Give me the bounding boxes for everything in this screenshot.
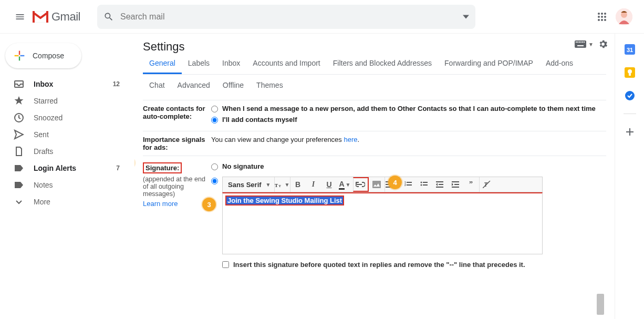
svg-rect-18	[577, 42, 578, 43]
svg-text:2: 2	[404, 183, 406, 187]
signature-toolbar: Sans Serif▼ тт▼ B I U A▼ ▼ 12	[222, 177, 543, 192]
callout-3: 3	[202, 198, 216, 211]
compose-button[interactable]: Compose	[5, 43, 81, 68]
autocomplete-opt2-label: I'll add contacts myself	[222, 116, 297, 124]
tasks-icon	[625, 90, 635, 101]
signature-editor[interactable]: Join the Sewing Studio Mailing List	[222, 192, 543, 254]
ordered-list-button[interactable]: 12	[400, 177, 416, 192]
indent-less-button[interactable]	[432, 177, 448, 192]
ads-link[interactable]: here	[344, 136, 357, 143]
svg-point-34	[420, 182, 422, 183]
autocomplete-opt1[interactable]: When I send a message to a new person, a…	[211, 105, 606, 112]
font-size-button[interactable]: тт▼	[274, 177, 290, 192]
indent-more-button[interactable]	[448, 177, 463, 192]
svg-text:т: т	[275, 181, 278, 188]
remove-formatting-button[interactable]: T	[479, 177, 495, 192]
autocomplete-radio1[interactable]	[211, 106, 218, 112]
signature-text-selected[interactable]: Join the Sewing Studio Mailing List	[226, 196, 344, 205]
side-panel: 31	[615, 34, 644, 319]
custom-signature-opt[interactable]: 4 3 Sans Serif▼ тт▼ B I U A▼	[211, 173, 606, 269]
sidebar-item-label: Inbox	[34, 80, 53, 88]
gmail-logo[interactable]: Gmail	[33, 10, 80, 24]
text-color-button[interactable]: A▼	[337, 177, 353, 192]
italic-button[interactable]: I	[306, 177, 321, 192]
svg-rect-39	[439, 184, 443, 185]
search-options-icon[interactable]	[463, 14, 469, 20]
search-icon	[103, 12, 114, 22]
search-input[interactable]	[120, 12, 463, 22]
toolbar-right: ▼	[575, 39, 608, 49]
svg-rect-32	[407, 182, 412, 183]
autocomplete-opt2[interactable]: I'll add contacts myself	[211, 116, 606, 124]
page-title: Settings	[143, 40, 606, 54]
sidebar-item-starred[interactable]: Starred	[0, 92, 134, 109]
tab-labels[interactable]: Labels	[182, 59, 216, 74]
get-addons-button[interactable]	[625, 127, 635, 137]
sidebar-item-label: Sent	[34, 130, 49, 139]
keyboard-icon	[575, 40, 586, 48]
tab-add-ons[interactable]: Add-ons	[539, 59, 579, 74]
scrollbar-thumb[interactable]	[597, 294, 604, 315]
tab-accounts-and-import[interactable]: Accounts and Import	[246, 59, 326, 74]
sidebar-item-drafts[interactable]: Drafts	[0, 143, 134, 160]
no-signature-opt[interactable]: No signature	[211, 162, 606, 170]
account-avatar[interactable]	[616, 8, 632, 25]
main-menu-button[interactable]	[9, 6, 30, 27]
svg-rect-53	[626, 131, 633, 132]
svg-rect-50	[629, 74, 631, 76]
no-signature-radio[interactable]	[211, 163, 218, 170]
insert-image-button[interactable]	[369, 177, 385, 192]
tab-forwarding-and-pop-imap[interactable]: Forwarding and POP/IMAP	[438, 59, 539, 74]
svg-rect-20	[580, 42, 581, 43]
sidebar-item-notes[interactable]: Notes	[0, 177, 134, 193]
outdent-icon	[436, 181, 443, 188]
tab-filters-and-blocked-addresses[interactable]: Filters and Blocked Addresses	[327, 59, 438, 74]
keep-addon[interactable]	[625, 67, 635, 78]
signature-label: Signature:	[143, 162, 182, 173]
svg-point-11	[604, 19, 606, 21]
calendar-addon[interactable]: 31	[625, 44, 635, 55]
sidebar-item-sent[interactable]: Sent	[0, 126, 134, 143]
compose-label: Compose	[33, 52, 64, 60]
svg-rect-33	[407, 184, 412, 186]
inbox-icon	[14, 79, 24, 89]
send-icon	[14, 129, 24, 140]
tab-general[interactable]: General	[143, 59, 182, 74]
sidebar-item-inbox[interactable]: Inbox12	[0, 76, 134, 92]
settings-tabs-secondary: ChatAdvancedOfflineThemes	[143, 75, 606, 100]
sidebar: Compose Inbox12StarredSnoozedSentDraftsL…	[0, 34, 134, 319]
svg-rect-41	[452, 181, 459, 182]
custom-signature-radio[interactable]	[211, 178, 218, 184]
tab-offline[interactable]: Offline	[216, 81, 250, 95]
quote-button[interactable]: ”	[463, 177, 479, 192]
settings-content: ▼ Settings GeneralLabelsInboxAccounts an…	[134, 34, 615, 319]
unordered-list-button[interactable]	[416, 177, 432, 192]
input-tools-button[interactable]: ▼	[575, 40, 594, 48]
tab-chat[interactable]: Chat	[143, 81, 171, 95]
insert-before-checkbox[interactable]	[222, 261, 229, 268]
underline-button[interactable]: U	[321, 177, 337, 192]
tab-themes[interactable]: Themes	[250, 81, 289, 95]
label-icon	[14, 163, 24, 173]
tasks-addon[interactable]	[625, 90, 635, 101]
font-family-select[interactable]: Sans Serif▼	[223, 177, 274, 192]
settings-gear-button[interactable]	[598, 39, 608, 49]
autocomplete-radio2[interactable]	[211, 117, 218, 124]
callout-4: 4	[388, 176, 402, 189]
gmail-m-icon	[33, 11, 48, 23]
sidebar-item-login-alerts[interactable]: Login Alerts7	[0, 160, 134, 177]
tab-inbox[interactable]: Inbox	[216, 59, 246, 74]
insert-before-option[interactable]: Insert this signature before quoted text…	[222, 261, 543, 269]
signature-learn-more[interactable]: Learn more	[143, 200, 211, 208]
svg-rect-22	[584, 42, 585, 43]
sidebar-item-snoozed[interactable]: Snoozed	[0, 109, 134, 126]
google-apps-button[interactable]	[591, 6, 612, 27]
svg-rect-19	[579, 42, 580, 43]
bold-button[interactable]: B	[290, 177, 306, 192]
settings-tabs-primary: GeneralLabelsInboxAccounts and ImportFil…	[143, 59, 606, 75]
search-bar[interactable]	[97, 5, 475, 29]
sidebar-item-more[interactable]: More	[0, 193, 134, 210]
tab-advanced[interactable]: Advanced	[171, 81, 216, 95]
apps-grid-icon	[597, 12, 607, 22]
insert-link-button[interactable]	[353, 177, 369, 192]
